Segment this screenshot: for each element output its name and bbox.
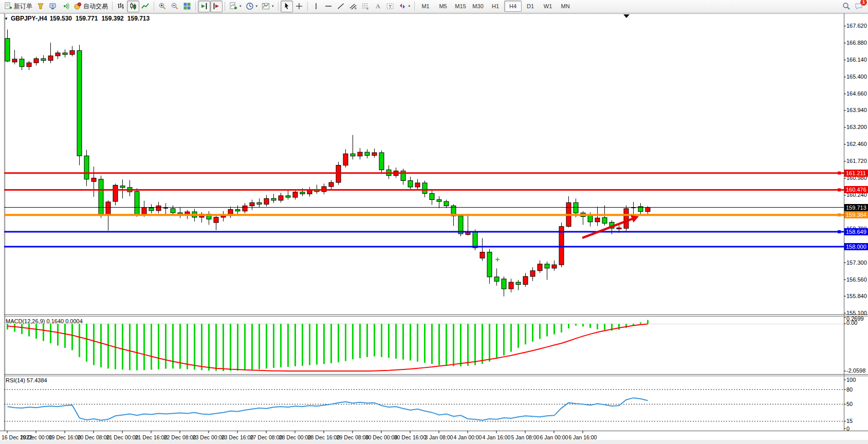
autotrade-button-label: 自动交易: [83, 2, 108, 11]
price-level-badge: 158.649: [844, 228, 868, 235]
zoom-out-button[interactable]: [169, 1, 181, 12]
ohlc-high: 159.771: [76, 15, 98, 22]
terminal-button[interactable]: [47, 1, 59, 12]
macd-pane: [8, 318, 846, 371]
ohlc-close: 159.713: [127, 15, 150, 22]
timeframe-button-h4[interactable]: H4: [504, 1, 522, 12]
rsi-scale-label: 100: [846, 377, 856, 383]
fibonacci-button[interactable]: F: [359, 1, 372, 12]
crosshair-icon: [295, 2, 303, 10]
fibonacci-icon: F: [361, 2, 370, 10]
price-tick-label: 163.940: [846, 107, 867, 113]
tile-windows-icon: [183, 2, 191, 10]
price-tick-label: 167.620: [846, 23, 867, 29]
ohlc-low: 159.392: [101, 15, 123, 22]
search-icon: [842, 2, 851, 10]
trendline-button[interactable]: [335, 1, 347, 12]
timeframe-button-d1[interactable]: D1: [522, 1, 539, 12]
timeframe-button-m1[interactable]: M1: [417, 1, 434, 12]
auto-scroll-icon: [212, 2, 220, 10]
timeframe-button-m15[interactable]: M15: [452, 1, 469, 12]
autotrade-button[interactable]: 自动交易: [71, 1, 110, 12]
horizontal-line-button[interactable]: [322, 1, 335, 12]
periods-icon: [246, 2, 254, 10]
candle-chart-button[interactable]: [127, 1, 139, 12]
rsi-pane: [4, 380, 846, 429]
rsi-scale-label: 15: [846, 418, 853, 424]
zoom-in-button[interactable]: [156, 1, 169, 12]
auto-scroll-button[interactable]: [210, 1, 223, 12]
signals-button[interactable]: [59, 1, 71, 12]
search-button[interactable]: [840, 1, 853, 12]
text-button[interactable]: A: [372, 1, 384, 12]
macd-scale-zero: 0.00: [846, 320, 857, 326]
timeframe-button-w1[interactable]: W1: [539, 1, 557, 12]
chart-end-marker-icon[interactable]: [623, 14, 630, 18]
templates-button[interactable]: ▾: [260, 1, 276, 12]
candle-chart-icon: [129, 2, 137, 10]
symbol-timeframe-label: GBPJPY-,H4: [11, 15, 47, 22]
cursor-button[interactable]: [281, 1, 293, 12]
line-chart-icon: [141, 2, 150, 10]
main-toolbar: 新订单自动交易▾▾▾EFAT▾M1M5M15M30H1H4D1W1MN1: [0, 0, 868, 13]
chevron-down-icon: ▾: [256, 4, 258, 8]
arrow-objects-button[interactable]: ▾: [396, 1, 413, 12]
trendline-icon: [337, 2, 345, 10]
timeframe-button-mn[interactable]: MN: [557, 1, 574, 12]
timeframe-button-m30[interactable]: M30: [469, 1, 487, 12]
rsi-scale-label: 0: [846, 425, 849, 432]
price-tick-label: 166.880: [846, 40, 867, 46]
price-tick-label: 157.300: [846, 260, 867, 266]
notification-badge: 1: [860, 0, 867, 6]
vline-icon: [312, 2, 320, 10]
toolbar-separator: [225, 2, 225, 11]
cursor-icon: [283, 2, 291, 10]
vertical-line-button[interactable]: [310, 1, 322, 12]
bar-chart-button[interactable]: [115, 1, 127, 12]
toolbar-separator: [278, 2, 279, 11]
price-tick-label: 162.460: [846, 141, 867, 147]
price-tick-label: 164.660: [846, 90, 867, 97]
chart-canvas[interactable]: [0, 0, 868, 444]
chart-shift-button[interactable]: [198, 1, 210, 12]
zoom-out-icon: [171, 2, 179, 10]
symbol-dropdown-icon[interactable]: ▼: [4, 16, 8, 21]
market-depth-button[interactable]: [34, 1, 47, 12]
text-label-button[interactable]: T: [384, 1, 396, 12]
rsi-scale-label: 80: [846, 386, 853, 393]
time-axis-ticks: [7, 431, 583, 433]
window-bottom-strip: [0, 440, 868, 444]
hline-icon: [324, 2, 333, 10]
price-tick-label: 161.720: [846, 158, 867, 164]
timeframe-button-h1[interactable]: H1: [487, 1, 504, 12]
tile-windows-button[interactable]: [181, 1, 193, 12]
timeframe-button-m5[interactable]: M5: [434, 1, 452, 12]
bar-chart-icon: [117, 2, 125, 10]
toolbar-separator: [414, 2, 415, 11]
rsi-scale-label: 50: [846, 401, 853, 407]
chevron-down-icon: ▾: [409, 4, 411, 8]
indicators-button[interactable]: ▾: [227, 1, 244, 12]
line-chart-button[interactable]: [139, 1, 152, 12]
price-tick-label: 163.200: [846, 124, 867, 130]
chart-window[interactable]: ▼ GBPJPY-,H4 159.530159.771159.392159.71…: [0, 13, 868, 444]
templates-icon: [262, 2, 270, 10]
periods-button[interactable]: ▾: [244, 1, 260, 12]
price-tick-label: 165.400: [846, 73, 867, 80]
price-tick-label: 155.840: [846, 293, 867, 299]
toolbar-separator: [307, 2, 308, 11]
equidistant-channel-button[interactable]: E: [347, 1, 359, 12]
toolbar-separator: [112, 2, 113, 11]
ohlc-open: 159.530: [50, 15, 72, 22]
price-tick-label: 155.100: [846, 310, 867, 316]
chat-button[interactable]: 1: [853, 1, 865, 12]
terminal-icon: [49, 2, 57, 10]
crosshair-button[interactable]: [293, 1, 305, 12]
price-tick-label: 156.560: [846, 276, 867, 283]
chart-title: ▼ GBPJPY-,H4 159.530159.771159.392159.71…: [4, 15, 150, 22]
price-level-badge: 161.211: [844, 170, 868, 177]
rsi-indicator-label: RSI(14) 57.4384: [6, 377, 47, 383]
shift-end-icon: [200, 2, 208, 10]
plus-marker-object[interactable]: [495, 257, 500, 262]
new-order-button[interactable]: 新订单: [2, 1, 34, 12]
